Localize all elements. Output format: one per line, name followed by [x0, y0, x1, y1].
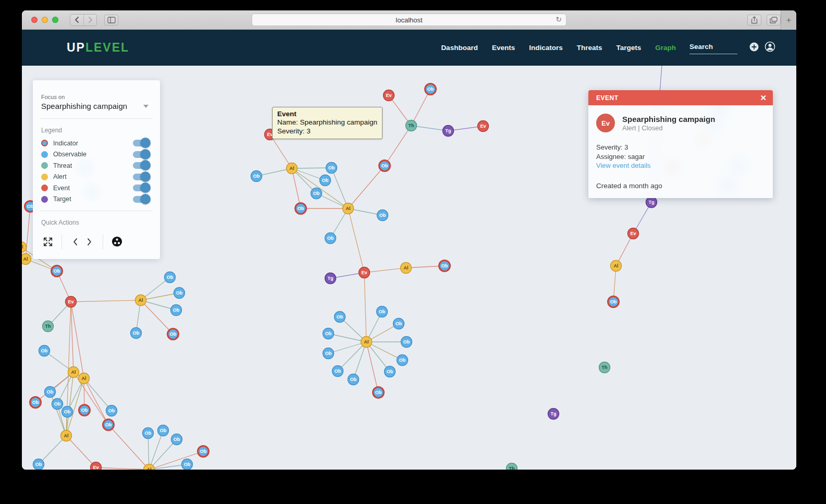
graph-node-ob-indicator[interactable]: Ob: [198, 446, 209, 457]
close-icon[interactable]: ✕: [760, 94, 767, 102]
graph-node-ob[interactable]: Ob: [171, 305, 182, 316]
nav-item-threats[interactable]: Threats: [577, 44, 602, 52]
graph-node-ev[interactable]: Ev: [478, 121, 489, 132]
graph-node-ob[interactable]: Ob: [385, 366, 396, 377]
graph-node-al[interactable]: Al: [61, 431, 72, 441]
search-input[interactable]: [689, 42, 737, 54]
graph-node-ob[interactable]: Ob: [52, 399, 63, 410]
user-menu-button[interactable]: [765, 41, 775, 54]
fit-view-button[interactable]: [41, 235, 55, 249]
close-window-button[interactable]: [31, 17, 38, 23]
graph-node-th[interactable]: Th: [406, 120, 417, 131]
graph-node-al[interactable]: Al: [68, 367, 79, 378]
graph-node-ob-indicator[interactable]: Ob: [52, 266, 63, 277]
graph-node-ob[interactable]: Ob: [332, 366, 343, 377]
graph-node-ob[interactable]: Ob: [131, 328, 142, 339]
graph-node-ob[interactable]: Ob: [165, 272, 176, 283]
toggle-target[interactable]: [133, 196, 149, 203]
graph-node-ob[interactable]: Ob: [174, 288, 185, 299]
graph-node-ob[interactable]: Ob: [393, 318, 404, 329]
nav-item-events[interactable]: Events: [492, 44, 515, 52]
graph-node-ob[interactable]: Ob: [39, 346, 50, 357]
forward-button[interactable]: [83, 15, 96, 26]
sidebar-button[interactable]: [104, 15, 118, 26]
toggle-alert[interactable]: [133, 174, 149, 180]
graph-node-ev[interactable]: Ev: [66, 297, 77, 308]
graph-node-ob-indicator[interactable]: Ob: [103, 420, 114, 431]
focus-select[interactable]: Spearphishing campaign: [41, 102, 152, 110]
graph-node-al[interactable]: Al: [22, 242, 27, 253]
graph-node-ob[interactable]: Ob: [377, 306, 388, 317]
graph-node-ob[interactable]: Ob: [33, 459, 44, 470]
share-button[interactable]: [747, 15, 761, 26]
graph-node-al[interactable]: Al: [287, 163, 298, 174]
graph-node-ev[interactable]: Ev: [628, 228, 639, 239]
graph-node-ob[interactable]: Ob: [311, 188, 322, 199]
view-event-details-link[interactable]: View event details: [596, 162, 651, 169]
address-bar[interactable]: localhost ↻: [252, 14, 566, 26]
graph-node-ob[interactable]: Ob: [106, 405, 117, 416]
next-button[interactable]: [82, 235, 96, 249]
graph-node-ob[interactable]: Ob: [325, 233, 336, 244]
graph-node-tg[interactable]: Tg: [548, 409, 559, 420]
graph-node-ob-indicator[interactable]: Ob: [168, 329, 179, 340]
graph-node-ob[interactable]: Ob: [323, 348, 334, 359]
new-tab-button[interactable]: +: [781, 10, 796, 30]
toggle-event[interactable]: [133, 185, 149, 191]
graph-node-al[interactable]: Al: [611, 261, 622, 272]
graph-node-th[interactable]: Th: [507, 463, 517, 470]
zoom-window-button[interactable]: [52, 17, 58, 23]
graph-node-ob-indicator[interactable]: Ob: [30, 397, 41, 408]
graph-node-ob[interactable]: Ob: [251, 171, 262, 182]
graph-canvas[interactable]: EvObThTgEvEvAlObObObObObObAlObObTgEvAlOb…: [22, 66, 796, 470]
graph-node-ob-indicator[interactable]: Ob: [439, 261, 450, 272]
minimize-window-button[interactable]: [42, 17, 48, 23]
toggle-observable[interactable]: [133, 151, 149, 158]
graph-node-al[interactable]: Al: [343, 203, 354, 214]
nav-item-indicators[interactable]: Indicators: [529, 44, 563, 52]
graph-node-ob-indicator[interactable]: Ob: [425, 84, 436, 95]
graph-node-ob[interactable]: Ob: [45, 387, 56, 398]
graph-node-ob-indicator[interactable]: Ob: [295, 203, 306, 214]
nav-item-dashboard[interactable]: Dashboard: [441, 44, 478, 52]
tab-overview-button[interactable]: [767, 15, 781, 26]
graph-node-al[interactable]: Al: [135, 295, 146, 306]
previous-button[interactable]: [69, 235, 82, 249]
graph-node-ob[interactable]: Ob: [158, 425, 169, 436]
graph-node-ob[interactable]: Ob: [143, 428, 154, 439]
graph-node-al[interactable]: Al: [79, 373, 90, 384]
nav-item-graph[interactable]: Graph: [655, 44, 676, 52]
toggle-threat[interactable]: [133, 162, 149, 169]
graph-node-al[interactable]: Al: [401, 263, 412, 274]
graph-node-ob[interactable]: Ob: [397, 355, 408, 366]
graph-node-al[interactable]: Al: [22, 254, 31, 265]
graph-node-th[interactable]: Th: [599, 362, 610, 373]
graph-node-ob[interactable]: Ob: [377, 210, 388, 221]
graph-node-ob[interactable]: Ob: [401, 337, 412, 348]
graph-node-th[interactable]: Th: [43, 321, 54, 332]
graph-node-ob[interactable]: Ob: [335, 312, 346, 323]
graph-node-ev[interactable]: Ev: [384, 90, 394, 101]
graph-node-ob-indicator[interactable]: Ob: [608, 297, 619, 308]
graph-node-ob[interactable]: Ob: [171, 434, 182, 445]
graph-node-tg[interactable]: Tg: [325, 273, 336, 284]
reload-icon[interactable]: ↻: [556, 15, 562, 23]
graph-node-ev[interactable]: Ev: [359, 267, 370, 278]
graph-node-ob-indicator[interactable]: Ob: [379, 161, 390, 171]
graph-node-ob[interactable]: Ob: [323, 328, 334, 339]
graph-node-ob[interactable]: Ob: [348, 374, 359, 385]
toggle-indicator[interactable]: [133, 140, 149, 146]
graph-node-tg[interactable]: Tg: [443, 126, 454, 137]
graph-node-tg[interactable]: Tg: [646, 197, 657, 208]
add-button[interactable]: [749, 42, 759, 54]
nav-item-targets[interactable]: Targets: [616, 44, 641, 52]
graph-node-ob[interactable]: Ob: [62, 407, 73, 417]
back-button[interactable]: [70, 15, 83, 26]
graph-node-ob[interactable]: Ob: [326, 163, 337, 174]
graph-node-ev[interactable]: Ev: [91, 462, 102, 470]
graph-node-ob-indicator[interactable]: Ob: [79, 405, 90, 416]
graph-node-ob[interactable]: Ob: [182, 459, 193, 470]
graph-node-al[interactable]: Al: [361, 337, 372, 348]
graph-node-ob-indicator[interactable]: Ob: [373, 387, 384, 398]
cluster-button[interactable]: [110, 235, 124, 249]
